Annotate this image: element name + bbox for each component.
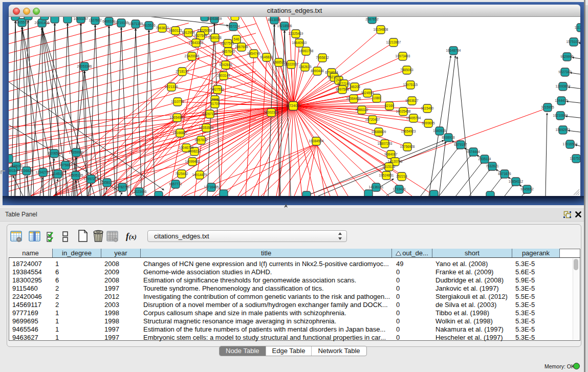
svg-text:9115460: 9115460	[421, 106, 434, 110]
svg-text:91700: 91700	[210, 102, 220, 105]
svg-text:20053346: 20053346	[77, 64, 92, 68]
svg-text:252214: 252214	[396, 174, 407, 178]
svg-text:6099695: 6099695	[422, 121, 435, 125]
svg-text:1640935: 1640935	[433, 129, 446, 133]
svg-text:19218506: 19218506	[277, 24, 292, 28]
svg-text:8660123: 8660123	[169, 29, 182, 32]
svg-text:7515526: 7515526	[142, 24, 156, 27]
svg-text:10358127: 10358127	[100, 181, 115, 184]
svg-text:16154808: 16154808	[374, 28, 388, 31]
svg-text:8912954: 8912954	[182, 31, 195, 34]
svg-text:20364436: 20364436	[346, 97, 361, 100]
svg-text:9975887: 9975887	[59, 163, 72, 167]
svg-text:2803144: 2803144	[217, 74, 230, 77]
svg-text:7625402: 7625402	[175, 172, 188, 176]
svg-text:15751074: 15751074	[567, 40, 580, 43]
svg-text:114519: 114519	[52, 172, 63, 176]
svg-text:9498222: 9498222	[188, 149, 201, 153]
svg-text:12093872: 12093872	[556, 84, 571, 88]
svg-text:12023446: 12023446	[132, 190, 147, 193]
svg-text:9242845: 9242845	[219, 63, 232, 67]
svg-text:3624554: 3624554	[361, 91, 374, 95]
svg-text:245: 245	[336, 78, 342, 82]
svg-text:8990448: 8990448	[311, 69, 324, 73]
svg-text:1167533: 1167533	[570, 157, 580, 160]
svg-text:546: 546	[234, 37, 239, 41]
svg-text:9657771: 9657771	[169, 182, 182, 186]
svg-text:9463627: 9463627	[405, 99, 419, 102]
svg-text:8427552: 8427552	[211, 87, 224, 91]
svg-text:14120746: 14120746	[388, 160, 403, 163]
svg-text:10756928: 10756928	[400, 145, 415, 148]
svg-text:7857224: 7857224	[227, 25, 240, 28]
svg-text:8813054: 8813054	[268, 18, 281, 21]
svg-text:17359924: 17359924	[69, 150, 84, 154]
svg-text:10688609: 10688609	[372, 130, 386, 134]
svg-text:19166827: 19166827	[173, 131, 188, 135]
svg-text:2867608: 2867608	[235, 45, 248, 49]
svg-text:16961758: 16961758	[299, 49, 314, 53]
svg-text:10719155: 10719155	[114, 21, 129, 25]
svg-text:20691406: 20691406	[35, 21, 50, 25]
svg-text:23420046: 23420046	[185, 54, 200, 58]
svg-text:10671355: 10671355	[128, 22, 143, 26]
svg-text:3215955: 3215955	[541, 105, 554, 109]
svg-text:1156829: 1156829	[20, 169, 33, 172]
svg-text:1733426: 1733426	[393, 187, 406, 191]
svg-text:15692971: 15692971	[556, 128, 571, 132]
svg-text:3857832: 3857832	[194, 138, 208, 142]
svg-text:12342737: 12342737	[36, 170, 51, 174]
svg-text:10654982: 10654982	[170, 116, 185, 119]
svg-text:14099483: 14099483	[185, 160, 200, 163]
svg-text:1112954: 1112954	[575, 26, 580, 29]
svg-text:1405572: 1405572	[15, 20, 29, 24]
svg-text:19654923: 19654923	[401, 129, 416, 133]
svg-text:16640910: 16640910	[292, 41, 307, 45]
svg-text:1080: 1080	[373, 96, 381, 100]
svg-text:7986322: 7986322	[355, 108, 368, 112]
svg-text:14136141: 14136141	[369, 185, 384, 189]
svg-text:19384554: 19384554	[309, 139, 324, 143]
svg-text:9146821: 9146821	[260, 55, 273, 59]
svg-text:18807293: 18807293	[378, 142, 393, 145]
svg-text:10782759: 10782759	[115, 185, 130, 189]
svg-text:10973493: 10973493	[396, 54, 410, 58]
svg-text:39154: 39154	[9, 169, 17, 172]
svg-text:23226058: 23226058	[198, 29, 212, 32]
svg-text:1221336: 1221336	[165, 85, 178, 89]
svg-text:7663822: 7663822	[156, 26, 169, 30]
svg-text:10653287: 10653287	[74, 17, 89, 20]
svg-text:8454749: 8454749	[247, 52, 260, 55]
svg-text:17016504: 17016504	[563, 142, 578, 146]
svg-text:62160: 62160	[385, 104, 394, 107]
svg-text:13325419: 13325419	[289, 32, 303, 35]
svg-text:16648784: 16648784	[446, 49, 461, 52]
svg-text:19302373: 19302373	[264, 111, 279, 114]
svg-text:7005: 7005	[211, 98, 219, 101]
svg-text:19524851: 19524851	[379, 173, 394, 177]
svg-text:15495794: 15495794	[406, 116, 421, 120]
svg-text:12213967: 12213967	[386, 40, 401, 44]
svg-text:20206570: 20206570	[47, 151, 62, 155]
svg-text:746206: 746206	[349, 85, 360, 89]
svg-text:6879197: 6879197	[454, 143, 467, 146]
svg-text:9327501: 9327501	[221, 41, 234, 45]
svg-text:18267130: 18267130	[203, 112, 217, 116]
svg-text:2635061: 2635061	[10, 164, 23, 168]
svg-text:6497568: 6497568	[336, 87, 349, 91]
svg-text:16053809: 16053809	[207, 17, 222, 20]
svg-text:7955812: 7955812	[316, 56, 329, 59]
svg-text:1244415: 1244415	[555, 99, 568, 102]
svg-text:15720407: 15720407	[365, 118, 380, 121]
svg-text:2718170: 2718170	[176, 70, 189, 73]
svg-text:12353594: 12353594	[199, 126, 214, 129]
svg-text:12505135: 12505135	[69, 173, 83, 177]
svg-text:10025458: 10025458	[396, 110, 411, 113]
svg-text:8938918: 8938918	[442, 136, 455, 139]
svg-text:1362615: 1362615	[298, 65, 312, 69]
svg-text:9474444: 9474444	[467, 150, 480, 154]
svg-text:9084067: 9084067	[384, 152, 398, 156]
svg-text:7632621: 7632621	[486, 164, 499, 168]
svg-text:16210643: 16210643	[553, 114, 568, 117]
svg-text:7485063: 7485063	[400, 68, 413, 72]
